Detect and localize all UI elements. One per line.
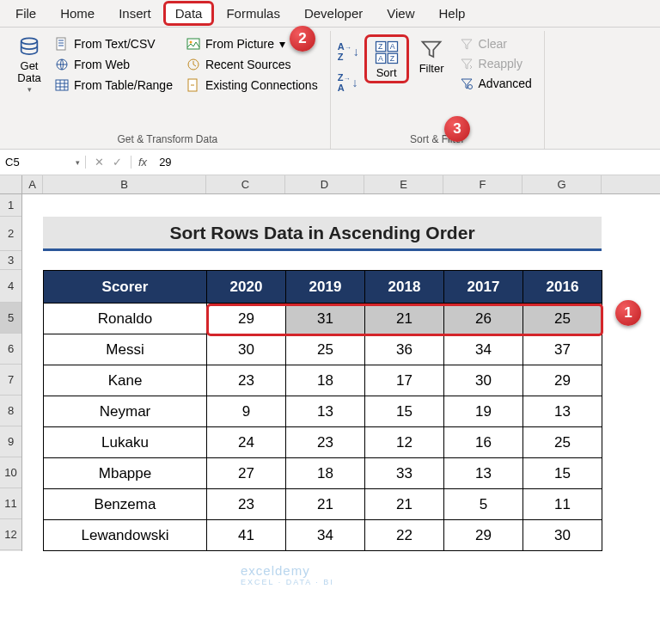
svg-rect-3 [56,80,68,90]
name-box[interactable]: C5▾ [0,156,86,169]
row-header[interactable]: 6 [0,334,21,365]
filter-button[interactable]: Filter [414,34,449,78]
select-all-corner[interactable] [0,175,22,193]
row-header[interactable]: 10 [0,457,21,488]
header-year[interactable]: 2017 [444,271,523,304]
cancel-formula-icon[interactable]: ✕ [95,156,104,169]
table-row[interactable]: Messi3025363437 [44,334,602,365]
tab-formulas[interactable]: Formulas [214,1,292,26]
recent-sources-button[interactable]: Recent Sources [181,55,323,74]
table-row[interactable]: Lukaku2423121625 [44,427,602,458]
sort-dialog-button[interactable]: ZAAZ Sort [364,34,409,83]
row-header[interactable]: 2 [0,217,21,251]
header-year[interactable]: 2016 [523,271,602,304]
advanced-icon [460,77,474,90]
tab-view[interactable]: View [375,1,426,26]
svg-text:Z: Z [389,54,394,63]
tab-insert[interactable]: Insert [107,1,163,26]
accept-formula-icon[interactable]: ✓ [113,156,122,169]
col-header-F[interactable]: F [443,175,522,193]
row-header[interactable]: 12 [0,519,21,550]
sort-ascending-button[interactable]: A→Z↓ [338,41,359,62]
clear-filter-button[interactable]: Clear [455,34,537,53]
callout-1: 1 [615,300,641,326]
from-text-csv-button[interactable]: From Text/CSV [50,34,178,53]
tab-data[interactable]: Data [163,1,215,26]
col-header-E[interactable]: E [364,175,443,193]
col-header-C[interactable]: C [206,175,285,193]
row-header[interactable]: 5 [0,303,21,334]
reapply-icon [460,57,474,71]
tab-help[interactable]: Help [427,1,478,26]
sheet-title: Sort Rows Data in Ascending Order [43,217,602,251]
connection-icon [186,78,200,92]
globe-icon [55,58,69,71]
svg-point-16 [468,85,472,89]
col-header-D[interactable]: D [285,175,364,193]
clear-icon [460,37,474,51]
spreadsheet-grid: A B C D E F G 1 2 3 4 5 6 7 8 9 10 11 12… [0,175,660,551]
image-icon [186,37,200,51]
tab-home[interactable]: Home [48,1,107,26]
table-icon [55,78,69,92]
sort-descending-button[interactable]: Z→A↓ [338,72,359,93]
chevron-down-icon: ▾ [279,37,285,51]
svg-rect-1 [57,38,65,50]
svg-text:A: A [389,42,394,51]
menu-tabs: File Home Insert Data Formulas Developer… [0,0,660,28]
from-table-range-button[interactable]: From Table/Range [50,76,178,95]
group-label-transform: Get & Transform Data [12,130,323,147]
funnel-icon [419,38,443,62]
row-header[interactable]: 3 [0,251,21,270]
database-icon [17,36,41,60]
get-data-button[interactable]: Get Data ▾ [12,33,46,97]
ribbon: Get Data ▾ From Text/CSV From Web From T… [0,28,660,150]
svg-point-0 [21,38,38,44]
header-year[interactable]: 2018 [365,271,444,304]
header-scorer[interactable]: Scorer [44,271,207,304]
watermark: exceldemy EXCEL · DATA · BI [241,563,334,586]
fx-icon[interactable]: fx [131,156,154,169]
reapply-button[interactable]: Reapply [455,54,537,73]
row-header[interactable]: 9 [0,426,21,457]
tab-file[interactable]: File [3,1,48,26]
sort-icon: ZAAZ [374,40,400,65]
col-header-G[interactable]: G [522,175,602,193]
svg-point-5 [189,41,192,44]
chevron-down-icon: ▾ [28,85,32,94]
table-row[interactable]: Mbappe2718331315 [44,458,602,489]
header-year[interactable]: 2019 [286,271,365,304]
table-row[interactable]: Benzema232121511 [44,489,602,520]
clock-icon [186,58,200,71]
svg-text:Z: Z [378,42,383,51]
row-header[interactable]: 8 [0,396,21,426]
table-row[interactable]: Lewandowski4134222930 [44,520,602,551]
table-row[interactable]: Neymar913151913 [44,396,602,427]
table-row[interactable]: Ronaldo 29 31 21 26 25 [44,304,602,334]
from-web-button[interactable]: From Web [50,55,178,74]
tab-developer[interactable]: Developer [292,1,375,26]
advanced-filter-button[interactable]: Advanced [455,74,537,93]
row-header[interactable]: 4 [0,270,21,303]
row-header[interactable]: 1 [0,194,21,217]
row-header[interactable]: 11 [0,488,21,519]
header-year[interactable]: 2020 [207,271,286,304]
col-header-B[interactable]: B [43,175,206,193]
existing-connections-button[interactable]: Existing Connections [181,76,323,95]
callout-3: 3 [444,116,470,142]
table-row[interactable]: Kane2318173029 [44,365,602,396]
col-header-A[interactable]: A [22,175,43,193]
formula-bar: C5▾ ✕ ✓ fx 29 [0,150,660,175]
formula-value[interactable]: 29 [154,156,176,169]
group-label-sortfilter: Sort & Filter [338,130,537,147]
chevron-down-icon: ▾ [76,158,80,167]
file-text-icon [55,37,69,51]
callout-2: 2 [290,26,315,52]
data-table: Scorer 2020 2019 2018 2017 2016 Ronaldo … [43,270,602,551]
row-header[interactable]: 7 [0,365,21,396]
svg-text:A: A [378,54,383,63]
